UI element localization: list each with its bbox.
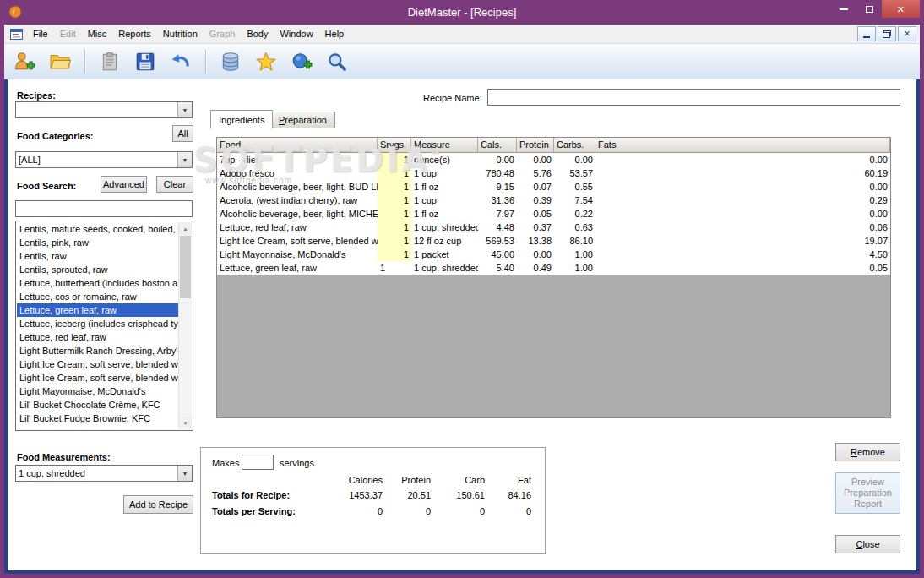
menu-item-window[interactable]: Window [274, 25, 318, 43]
recipe-name-input[interactable] [487, 89, 900, 106]
food-list-item[interactable]: Light Mayonnaise, McDonald's [17, 384, 178, 398]
cell-srvgs[interactable]: 1 [378, 234, 411, 248]
open-folder-icon[interactable] [46, 47, 73, 76]
grid-row[interactable]: Lettuce, green leaf, raw11 cup, shredded… [217, 261, 890, 275]
save-icon[interactable] [132, 47, 159, 76]
cell-srvgs[interactable]: 1 [378, 221, 411, 234]
database-icon[interactable] [217, 47, 244, 76]
grid-row[interactable]: Alcoholic beverage, beer, light, BUD LIG… [217, 180, 890, 194]
food-list-item[interactable]: Lentils, raw [17, 249, 178, 263]
undo-icon[interactable] [167, 47, 194, 76]
column-header-cals[interactable]: Cals. [478, 138, 517, 153]
mdi-minimize-icon [863, 36, 870, 38]
search-icon[interactable] [323, 47, 351, 76]
cell-carbs: 0.00 [554, 153, 595, 166]
food-list-scrollbar[interactable]: ▲ ▼ [178, 222, 192, 429]
grid-row[interactable]: Light Ice Cream, soft serve, blended wit… [217, 234, 890, 248]
column-header-carbs[interactable]: Carbs. [554, 138, 595, 153]
cell-carbs: 0.55 [554, 180, 595, 194]
cell-srvgs[interactable]: 1 [378, 207, 411, 221]
recipe-window-icon[interactable] [10, 29, 23, 40]
menu-item-nutrition[interactable]: Nutrition [157, 25, 204, 43]
column-header-fats[interactable]: Fats [595, 138, 890, 153]
cell-srvgs[interactable]: 1 [378, 248, 411, 261]
food-list-item[interactable]: Lentils, mature seeds, cooked, boiled, w… [17, 222, 178, 236]
app-window: DietMaster - [Recipes] × FileEditMiscRep… [0, 0, 924, 578]
scroll-down-icon[interactable]: ▼ [179, 417, 192, 429]
food-list-item[interactable]: Light Ice Cream, soft serve, blended wit [17, 357, 178, 371]
menu-item-file[interactable]: File [27, 25, 54, 43]
food-list-item[interactable]: Lil' Bucket Fudge Brownie, KFC [17, 412, 178, 425]
column-header-protein[interactable]: Protein [517, 138, 554, 153]
food-list-item[interactable]: Lentils, sprouted, raw [17, 263, 178, 276]
makes-servings-input[interactable] [242, 455, 274, 470]
cell-srvgs[interactable]: 1 [378, 261, 411, 275]
mdi-minimize-button[interactable] [857, 26, 876, 41]
menu-item-body[interactable]: Body [241, 25, 274, 43]
cell-measure: 1 cup [411, 194, 478, 207]
food-list-item[interactable]: Light Ice Cream, soft serve, blended wit [17, 371, 178, 384]
measurement-combo[interactable]: 1 cup, shredded ▼ [15, 465, 193, 482]
cell-carbs: 1.00 [554, 248, 595, 261]
remove-button[interactable]: Remove [835, 443, 900, 461]
add-to-recipe-button[interactable]: Add to Recipe [123, 495, 193, 514]
advanced-button[interactable]: Advanced [101, 176, 147, 193]
food-list-item[interactable]: Lettuce, butterhead (includes boston and [17, 276, 178, 290]
category-combo[interactable]: [ALL] ▼ [15, 151, 193, 168]
menu-item-graph[interactable]: Graph [204, 25, 242, 43]
recipes-form: Recipes: ▼ Food Categories: All [ALL] ▼ … [8, 79, 916, 570]
tab-preparation[interactable]: Preparation [270, 112, 335, 128]
measurement-combo-arrow-icon[interactable]: ▼ [177, 466, 192, 481]
close-recipes-button[interactable]: Close [835, 535, 900, 553]
toolbar-separator [84, 50, 85, 74]
scroll-up-icon[interactable]: ▲ [179, 222, 192, 235]
minimize-button[interactable] [831, 0, 856, 18]
grid-row[interactable]: 7up - diet1ounce(s)0.000.000.000.00 [217, 153, 890, 166]
grid-row[interactable]: Lettuce, red leaf, raw11 cup, shredded4.… [217, 221, 890, 234]
cell-srvgs[interactable]: 1 [378, 194, 411, 207]
column-header-srvgs[interactable]: Srvgs. [378, 138, 411, 153]
category-combo-arrow-icon[interactable]: ▼ [177, 152, 192, 167]
grid-row[interactable]: Acerola, (west indian cherry), raw11 cup… [217, 194, 890, 207]
menu-item-edit[interactable]: Edit [54, 25, 82, 43]
food-list-item[interactable]: Lettuce, cos or romaine, raw [17, 290, 178, 303]
recipes-combo[interactable]: ▼ [15, 101, 193, 118]
maximize-button[interactable] [856, 0, 882, 18]
grid-row[interactable]: Adobo fresco11 cup780.485.7653.5760.19 [217, 166, 890, 180]
menu-item-misc[interactable]: Misc [82, 25, 113, 43]
scroll-thumb[interactable] [180, 236, 191, 298]
favorites-star-icon[interactable] [253, 47, 280, 76]
tab-ingredients[interactable]: Ingredients [210, 110, 273, 129]
cell-cals: 45.00 [478, 248, 517, 261]
close-button[interactable]: × [882, 0, 920, 18]
mdi-close-button[interactable]: × [898, 26, 916, 41]
cell-srvgs[interactable]: 1 [378, 180, 411, 194]
cell-fats: 0.00 [595, 180, 890, 194]
all-button[interactable]: All [172, 125, 193, 142]
cell-fats: 0.29 [595, 194, 890, 207]
food-list-item[interactable]: Lil' Bucket Chocolate Crème, KFC [17, 398, 178, 412]
title-bar[interactable]: DietMaster - [Recipes] × [0, 0, 924, 25]
add-food-icon[interactable] [288, 47, 315, 76]
food-search-input[interactable] [15, 200, 193, 217]
grid-row[interactable]: Alcoholic beverage, beer, light, MICHEL1… [217, 207, 890, 221]
recipe-name-label: Recipe Name: [423, 93, 482, 103]
column-header-food[interactable]: Food [217, 138, 378, 153]
food-list-item[interactable]: Lentils, pink, raw [17, 236, 178, 249]
food-list-item[interactable]: Lettuce, iceberg (includes crisphead typ [17, 317, 178, 330]
column-header-measure[interactable]: Measure [411, 138, 478, 153]
food-list-item[interactable]: Lettuce, green leaf, raw [17, 303, 178, 317]
menu-item-help[interactable]: Help [319, 25, 351, 43]
clear-button[interactable]: Clear [156, 176, 193, 193]
menu-item-reports[interactable]: Reports [112, 25, 157, 43]
cell-fats: 19.07 [595, 234, 890, 248]
mdi-restore-button[interactable] [878, 26, 896, 41]
grid-row[interactable]: Light Mayonnaise, McDonald's11 packet45.… [217, 248, 890, 261]
food-list-item[interactable]: Lettuce, red leaf, raw [17, 330, 178, 344]
add-client-icon[interactable] [11, 47, 38, 76]
cell-srvgs[interactable]: 1 [378, 166, 411, 180]
recipes-combo-arrow-icon[interactable]: ▼ [177, 102, 192, 117]
window-controls: × [831, 0, 920, 18]
cell-srvgs[interactable]: 1 [378, 153, 411, 166]
food-list-item[interactable]: Light Buttermilk Ranch Dressing, Arby's [17, 344, 178, 357]
